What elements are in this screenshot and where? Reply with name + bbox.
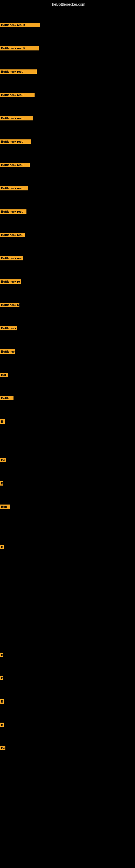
- bar-row-4: Bottleneck resu: [0, 116, 33, 120]
- bar-row-0: Bottleneck result: [0, 23, 40, 27]
- bar-label-18: Bo: [0, 458, 6, 462]
- bar-row-3: Bottleneck resu: [0, 93, 35, 97]
- bar-label-19: B: [0, 481, 3, 486]
- bar-row-13: Bottleneck r: [0, 326, 17, 330]
- bar-label-17: B: [0, 420, 5, 424]
- bar-label-22: B: [0, 653, 3, 657]
- bar-row-7: Bottleneck resu: [0, 186, 28, 190]
- bar-label-7: Bottleneck resu: [0, 186, 28, 190]
- bar-label-11: Bottleneck re: [0, 279, 21, 284]
- bar-label-16: Bottlen: [0, 396, 13, 400]
- bar-label-20: Bott: [0, 504, 10, 509]
- bar-label-15: Bot: [0, 373, 8, 377]
- bar-label-2: Bottleneck resu: [0, 69, 37, 74]
- bar-row-6: Bottleneck resu: [0, 163, 30, 167]
- bar-row-18: Bo: [0, 458, 6, 462]
- bar-row-5: Bottleneck resu: [0, 140, 31, 144]
- bar-label-23: B: [0, 676, 3, 680]
- bar-label-0: Bottleneck result: [0, 23, 40, 27]
- bar-row-1: Bottleneck result: [0, 46, 39, 51]
- bar-row-21: B: [0, 545, 4, 549]
- bar-label-12: Bottleneck re: [0, 303, 19, 307]
- bar-label-24: B: [0, 699, 4, 704]
- bar-label-5: Bottleneck resu: [0, 140, 31, 144]
- bar-label-8: Bottleneck resu: [0, 209, 27, 214]
- bar-label-6: Bottleneck resu: [0, 163, 30, 167]
- bar-label-26: Bo: [0, 746, 5, 750]
- bar-row-17: B: [0, 420, 5, 424]
- bar-label-25: B: [0, 723, 4, 727]
- bar-row-9: Bottleneck resu: [0, 233, 25, 237]
- bar-label-10: Bottleneck resu: [0, 256, 23, 260]
- bar-row-8: Bottleneck resu: [0, 209, 27, 214]
- bar-row-14: Bottlenec: [0, 349, 15, 354]
- bar-row-16: Bottlen: [0, 396, 13, 400]
- bar-label-1: Bottleneck result: [0, 46, 39, 51]
- bar-row-22: B: [0, 653, 3, 657]
- bar-row-15: Bot: [0, 373, 8, 377]
- bar-row-2: Bottleneck resu: [0, 69, 37, 74]
- bar-label-14: Bottlenec: [0, 349, 15, 354]
- bar-row-26: Bo: [0, 746, 5, 750]
- bar-label-3: Bottleneck resu: [0, 93, 35, 97]
- bar-row-24: B: [0, 699, 4, 704]
- bar-row-20: Bott: [0, 504, 10, 509]
- bar-label-13: Bottleneck r: [0, 326, 17, 330]
- bar-row-19: B: [0, 481, 3, 486]
- bar-label-9: Bottleneck resu: [0, 233, 25, 237]
- bar-row-25: B: [0, 723, 4, 727]
- bar-row-23: B: [0, 676, 3, 680]
- bar-row-12: Bottleneck re: [0, 303, 19, 307]
- bar-label-21: B: [0, 545, 4, 549]
- bar-row-11: Bottleneck re: [0, 279, 21, 284]
- site-title: TheBottlenecker.com: [0, 0, 135, 8]
- bar-label-4: Bottleneck resu: [0, 116, 33, 120]
- bar-row-10: Bottleneck resu: [0, 256, 23, 260]
